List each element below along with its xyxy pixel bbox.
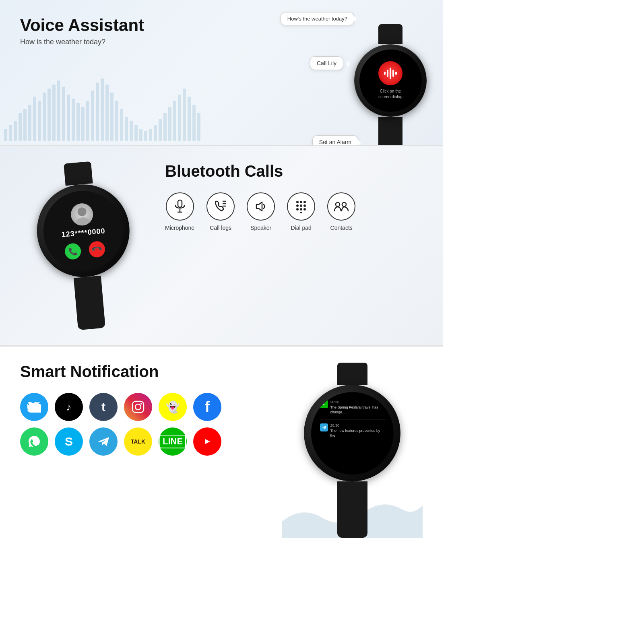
svg-rect-19 xyxy=(96,83,99,141)
svg-rect-11 xyxy=(57,80,60,141)
svg-point-55 xyxy=(300,208,302,211)
svg-rect-31 xyxy=(154,125,157,141)
watch-band-bottom xyxy=(378,117,402,145)
line-icon: LINE xyxy=(159,427,187,456)
bluetooth-section: 123****0000 📞 📞 Bluetooth Calls xyxy=(0,146,443,345)
caller-avatar xyxy=(70,202,94,227)
call-logs-icon xyxy=(214,200,227,213)
microphone-icon xyxy=(173,199,186,214)
svg-rect-22 xyxy=(110,93,114,141)
svg-rect-8 xyxy=(43,93,46,141)
social-row-1: ♪ t 👻 f xyxy=(20,393,266,421)
svg-point-49 xyxy=(300,201,302,203)
watch-case: Click on thescreen dialog xyxy=(354,44,427,117)
svg-rect-9 xyxy=(47,89,51,141)
svg-rect-3 xyxy=(19,113,22,141)
notification-watch: L 20:30 The Spring Festival travel has c… xyxy=(282,363,423,538)
voice-bars xyxy=(384,68,397,79)
svg-rect-16 xyxy=(81,107,85,141)
voice-watch-container: How's the weather today? Call Lily xyxy=(354,8,427,145)
telegram-icon xyxy=(89,427,118,456)
bubble-weather: How's the weather today? xyxy=(281,12,354,25)
svg-point-48 xyxy=(296,201,299,203)
svg-rect-28 xyxy=(139,129,142,141)
accept-call-button[interactable]: 📞 xyxy=(64,242,81,260)
bubble-call: Call Lily xyxy=(310,56,343,70)
notif-telegram-icon xyxy=(320,423,328,431)
svg-point-51 xyxy=(296,204,299,207)
svg-rect-10 xyxy=(52,85,56,141)
tiktok-icon: ♪ xyxy=(55,393,83,421)
youtube-icon xyxy=(193,427,221,456)
svg-rect-13 xyxy=(67,95,70,141)
whatsapp-icon xyxy=(20,427,48,456)
notif-line-text: The Spring Festival travel has change... xyxy=(330,405,386,415)
snapchat-icon: 👻 xyxy=(159,393,187,421)
dial-pad-icon xyxy=(295,200,307,213)
svg-rect-5 xyxy=(28,105,31,141)
svg-point-59 xyxy=(342,202,346,206)
bluetooth-features-list: Microphone Call logs xyxy=(165,192,423,231)
svg-rect-2 xyxy=(14,121,17,141)
contacts-icon xyxy=(334,200,349,213)
bubble-alarm: Set an Alarm xyxy=(312,135,358,145)
svg-marker-47 xyxy=(256,202,262,211)
speaker-icon-circle xyxy=(247,192,275,221)
microphone-icon-circle xyxy=(166,192,194,221)
svg-rect-24 xyxy=(120,109,123,141)
svg-rect-26 xyxy=(130,121,133,141)
svg-point-62 xyxy=(140,403,142,405)
notification-right: L 20:30 The Spring Festival travel has c… xyxy=(282,363,423,538)
svg-rect-32 xyxy=(159,119,162,141)
social-row-2: S TALK LINE xyxy=(20,427,266,456)
caller-number: 123****0000 xyxy=(61,227,106,239)
notif-telegram-time: 20:30 xyxy=(330,423,386,427)
notification-left: Smart Notification ♪ t xyxy=(20,363,266,456)
notif-watch-case: L 20:30 The Spring Festival travel has c… xyxy=(304,385,400,481)
notif-screen: L 20:30 The Spring Festival travel has c… xyxy=(311,392,394,475)
svg-point-52 xyxy=(300,204,302,207)
svg-rect-21 xyxy=(105,85,109,141)
dial-pad-icon-circle xyxy=(287,192,315,221)
watch-band-top xyxy=(378,24,402,44)
call-watch-band-bottom xyxy=(74,276,105,330)
voice-icon xyxy=(378,61,402,85)
svg-rect-41 xyxy=(178,200,182,207)
notification-section: Smart Notification ♪ t xyxy=(0,347,443,554)
feature-contacts: Contacts xyxy=(327,192,355,231)
dial-pad-label: Dial pad xyxy=(291,225,311,231)
svg-point-50 xyxy=(303,201,306,203)
call-watch-case: 123****0000 📞 📞 xyxy=(33,181,133,281)
svg-point-58 xyxy=(336,202,340,206)
svg-rect-0 xyxy=(4,129,7,141)
svg-rect-27 xyxy=(134,125,138,141)
svg-rect-23 xyxy=(115,101,118,141)
notif-line-content: 20:30 The Spring Festival travel has cha… xyxy=(330,400,386,415)
call-logs-icon-circle xyxy=(206,192,235,221)
microphone-label: Microphone xyxy=(165,225,194,231)
svg-rect-60 xyxy=(132,401,144,413)
bt-features-right: Bluetooth Calls Microphone xyxy=(149,162,423,231)
svg-rect-38 xyxy=(188,97,191,141)
feature-microphone: Microphone xyxy=(165,192,194,231)
svg-rect-39 xyxy=(192,105,196,141)
instagram-icon xyxy=(124,393,152,421)
speaker-icon xyxy=(254,200,268,213)
feature-call-logs: Call logs xyxy=(206,192,235,231)
skype-icon: S xyxy=(55,427,83,456)
reject-call-button[interactable]: 📞 xyxy=(86,238,108,260)
svg-rect-14 xyxy=(72,99,75,141)
contacts-icon-circle xyxy=(327,192,355,221)
svg-rect-15 xyxy=(76,103,80,141)
call-screen: 123****0000 📞 📞 xyxy=(40,188,126,274)
call-watch: 123****0000 📞 📞 xyxy=(13,157,156,334)
feature-speaker: Speaker xyxy=(247,192,275,231)
svg-rect-40 xyxy=(197,113,200,141)
notif-line-time: 20:30 xyxy=(330,400,386,404)
bluetooth-title: Bluetooth Calls xyxy=(165,162,423,180)
facebook-icon: f xyxy=(193,393,221,421)
svg-rect-12 xyxy=(62,87,65,141)
screen-dialog-text: Click on thescreen dialog xyxy=(378,89,402,100)
svg-rect-7 xyxy=(38,101,41,141)
svg-point-54 xyxy=(296,208,299,211)
